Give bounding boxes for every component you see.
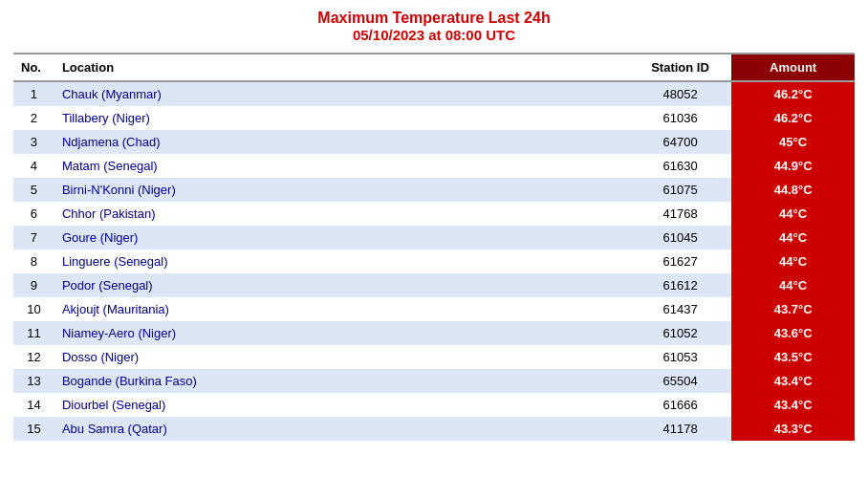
cell-station-id: 48052 — [629, 81, 731, 106]
cell-amount: 43.5°C — [731, 345, 855, 369]
cell-location: Goure (Niger) — [54, 226, 629, 250]
cell-no: 8 — [13, 250, 54, 273]
title-block: Maximum Temperature Last 24h 05/10/2023 … — [317, 10, 550, 43]
cell-location: Chauk (Myanmar) — [54, 81, 629, 106]
cell-location: Abu Samra (Qatar) — [54, 417, 629, 441]
cell-amount: 44°C — [731, 202, 855, 226]
table-row: 3Ndjamena (Chad)6470045°C — [13, 130, 855, 154]
table-row: 2Tillabery (Niger)6103646.2°C — [13, 106, 855, 130]
cell-amount: 44°C — [731, 250, 855, 273]
cell-station-id: 41178 — [629, 417, 731, 441]
table-row: 9Podor (Senegal)6161244°C — [13, 273, 855, 297]
cell-no: 12 — [13, 345, 54, 369]
cell-location: Ndjamena (Chad) — [54, 130, 629, 154]
title-sub: 05/10/2023 at 08:00 UTC — [317, 27, 550, 43]
table-row: 5Birni-N'Konni (Niger)6107544.8°C — [13, 178, 855, 202]
table-row: 8Linguere (Senegal)6162744°C — [13, 250, 855, 273]
cell-amount: 46.2°C — [731, 106, 855, 130]
cell-station-id: 61630 — [629, 154, 731, 178]
table-row: 12Dosso (Niger)6105343.5°C — [13, 345, 855, 369]
cell-amount: 44°C — [731, 226, 855, 250]
cell-amount: 44.9°C — [731, 154, 855, 178]
header-amount: Amount — [731, 54, 855, 81]
table-header-row: No. Location Station ID Amount — [13, 54, 855, 81]
cell-no: 13 — [13, 369, 54, 393]
cell-location: Diourbel (Senegal) — [54, 393, 629, 417]
cell-no: 9 — [13, 273, 54, 297]
cell-no: 7 — [13, 226, 54, 250]
table-row: 15Abu Samra (Qatar)4117843.3°C — [13, 417, 855, 441]
cell-amount: 46.2°C — [731, 81, 855, 106]
cell-location: Podor (Senegal) — [54, 273, 629, 297]
cell-location: Linguere (Senegal) — [54, 250, 629, 273]
cell-station-id: 61075 — [629, 178, 731, 202]
cell-station-id: 61627 — [629, 250, 731, 273]
cell-amount: 45°C — [731, 130, 855, 154]
table-row: 1Chauk (Myanmar)4805246.2°C — [13, 81, 855, 106]
cell-amount: 43.7°C — [731, 297, 855, 321]
cell-no: 3 — [13, 130, 54, 154]
cell-station-id: 64700 — [629, 130, 731, 154]
cell-amount: 44.8°C — [731, 178, 855, 202]
title-main: Maximum Temperature Last 24h — [317, 10, 550, 27]
cell-amount: 43.4°C — [731, 393, 855, 417]
table-row: 13Bogande (Burkina Faso)6550443.4°C — [13, 369, 855, 393]
cell-amount: 43.4°C — [731, 369, 855, 393]
cell-amount: 43.6°C — [731, 321, 855, 345]
cell-no: 6 — [13, 202, 54, 226]
table-row: 7Goure (Niger)6104544°C — [13, 226, 855, 250]
header-location: Location — [54, 54, 629, 81]
table-body: 1Chauk (Myanmar)4805246.2°C2Tillabery (N… — [13, 81, 855, 441]
cell-location: Akjoujt (Mauritania) — [54, 297, 629, 321]
cell-station-id: 61052 — [629, 321, 731, 345]
header-no: No. — [13, 54, 54, 81]
cell-location: Chhor (Pakistan) — [54, 202, 629, 226]
cell-no: 5 — [13, 178, 54, 202]
cell-no: 4 — [13, 154, 54, 178]
cell-location: Tillabery (Niger) — [54, 106, 629, 130]
table-row: 6Chhor (Pakistan)4176844°C — [13, 202, 855, 226]
cell-station-id: 41768 — [629, 202, 731, 226]
cell-station-id: 61036 — [629, 106, 731, 130]
header-station-id: Station ID — [629, 54, 731, 81]
cell-station-id: 61437 — [629, 297, 731, 321]
cell-location: Dosso (Niger) — [54, 345, 629, 369]
table-row: 4Matam (Senegal)6163044.9°C — [13, 154, 855, 178]
cell-no: 2 — [13, 106, 54, 130]
cell-location: Bogande (Burkina Faso) — [54, 369, 629, 393]
table-row: 11Niamey-Aero (Niger)6105243.6°C — [13, 321, 855, 345]
cell-location: Matam (Senegal) — [54, 154, 629, 178]
cell-station-id: 61053 — [629, 345, 731, 369]
cell-location: Birni-N'Konni (Niger) — [54, 178, 629, 202]
cell-no: 14 — [13, 393, 54, 417]
temperature-table: No. Location Station ID Amount 1Chauk (M… — [13, 53, 855, 441]
cell-station-id: 61666 — [629, 393, 731, 417]
cell-station-id: 61612 — [629, 273, 731, 297]
cell-location: Niamey-Aero (Niger) — [54, 321, 629, 345]
cell-no: 1 — [13, 81, 54, 106]
cell-no: 11 — [13, 321, 54, 345]
cell-amount: 44°C — [731, 273, 855, 297]
table-row: 10Akjoujt (Mauritania)6143743.7°C — [13, 297, 855, 321]
cell-amount: 43.3°C — [731, 417, 855, 441]
table-row: 14Diourbel (Senegal)6166643.4°C — [13, 393, 855, 417]
cell-no: 15 — [13, 417, 54, 441]
cell-station-id: 61045 — [629, 226, 731, 250]
cell-no: 10 — [13, 297, 54, 321]
cell-station-id: 65504 — [629, 369, 731, 393]
